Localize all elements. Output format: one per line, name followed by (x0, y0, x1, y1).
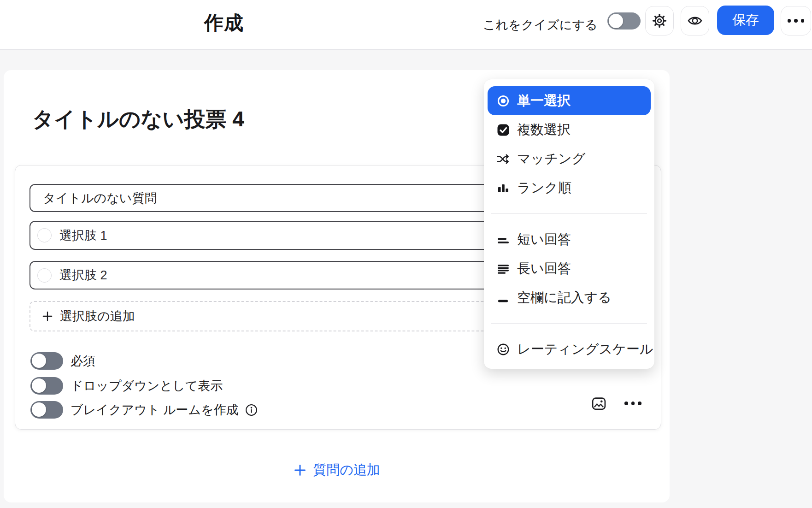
show-as-dropdown-toggle[interactable] (30, 377, 63, 395)
ellipsis-icon (788, 19, 805, 23)
toggle-label: ブレイクアウト ルームを作成 (71, 402, 239, 418)
short-answer-icon (496, 233, 510, 247)
plus-icon (293, 463, 307, 477)
poll-editor-window: 作成 これをクイズにする (0, 0, 812, 508)
menu-item-rank-order[interactable]: ランク順 (488, 173, 651, 202)
toggle-label: 必須 (71, 353, 95, 369)
plus-icon (41, 310, 53, 322)
info-icon[interactable] (245, 404, 258, 416)
create-breakout-rooms-toggle[interactable] (30, 401, 63, 419)
image-icon (591, 396, 606, 412)
menu-item-multiple-choice[interactable]: 複数選択 (488, 115, 651, 144)
fill-blank-icon (496, 291, 510, 305)
quiz-toggle-label: これをクイズにする (483, 17, 598, 33)
checkbox-checked-icon (496, 123, 510, 137)
required-toggle[interactable] (30, 352, 63, 370)
toggle-row-required: 必須 (30, 351, 95, 371)
toggle-row-dropdown: ドロップダウンとして表示 (30, 376, 223, 396)
question-type-menu: 単一選択 複数選択 マッチング (484, 79, 654, 369)
eye-icon (687, 13, 703, 29)
page-title: 作成 (132, 10, 316, 36)
gear-icon (652, 13, 667, 29)
toggle-label: ドロップダウンとして表示 (71, 378, 223, 394)
header-more-button[interactable] (781, 6, 811, 35)
menu-item-single-choice[interactable]: 単一選択 (488, 86, 651, 115)
shuffle-icon (496, 152, 510, 166)
save-button[interactable]: 保存 (717, 6, 774, 35)
add-image-button[interactable] (591, 396, 607, 412)
question-more-button[interactable] (624, 402, 641, 405)
menu-divider (491, 213, 647, 214)
bar-chart-icon (496, 181, 510, 195)
add-question-button[interactable]: 質問の追加 (4, 460, 670, 480)
quiz-mode-toggle[interactable] (607, 12, 641, 30)
long-answer-icon (496, 262, 510, 276)
smiley-icon (496, 343, 510, 356)
menu-item-long-answer[interactable]: 長い回答 (488, 254, 651, 283)
radio-icon (37, 268, 52, 283)
option-label: 選択肢 2 (59, 267, 107, 284)
menu-item-fill-blank[interactable]: 空欄に記入する (488, 283, 651, 312)
add-question-label: 質問の追加 (313, 461, 380, 479)
radio-selected-icon (496, 94, 510, 108)
poll-title: タイトルのない投票 4 (32, 105, 244, 134)
preview-button[interactable] (681, 6, 709, 35)
add-option-label: 選択肢の追加 (60, 308, 135, 325)
radio-icon (37, 228, 52, 242)
header: 作成 これをクイズにする (0, 0, 812, 50)
menu-item-rating-scale[interactable]: レーティングスケール (488, 335, 651, 364)
menu-item-matching[interactable]: マッチング (488, 144, 651, 173)
toggle-row-breakout: ブレイクアウト ルームを作成 (30, 400, 258, 420)
settings-button[interactable] (645, 6, 674, 35)
option-label: 選択肢 1 (59, 227, 107, 244)
menu-item-short-answer[interactable]: 短い回答 (488, 225, 651, 254)
menu-divider (491, 323, 647, 324)
